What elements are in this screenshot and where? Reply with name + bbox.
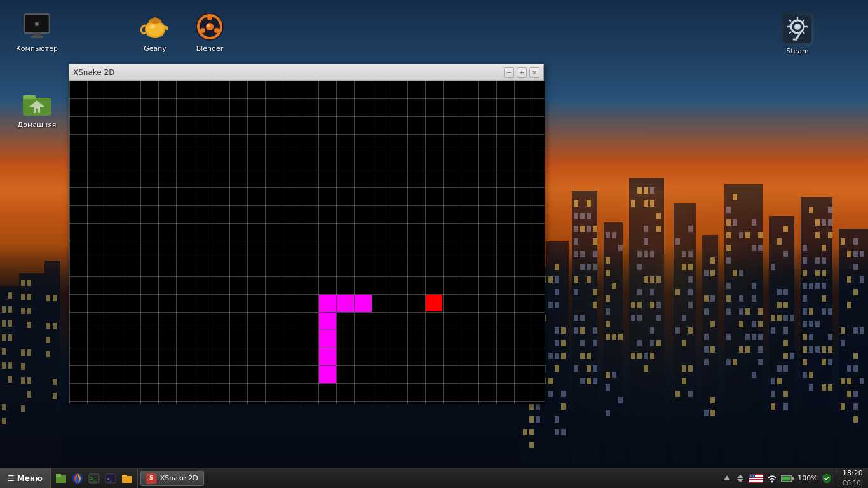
snake-segment-6 [355, 295, 372, 312]
game-canvas [69, 81, 545, 404]
menu-icon: ☰ [8, 474, 15, 483]
taskbar-windows: S XSnake 2D [138, 471, 718, 486]
svg-rect-28 [56, 474, 61, 477]
svg-point-51 [754, 475, 754, 475]
computer-icon-img: ▣ [22, 11, 52, 42]
blender-icon-label: Blender [196, 44, 224, 53]
svg-text:>_: >_ [107, 477, 112, 482]
taskbar-xsnake-button[interactable]: S XSnake 2D [140, 471, 204, 486]
steam-icon-img [781, 13, 814, 46]
window-minimize-button[interactable]: − [504, 67, 514, 78]
desktop-icon-geany[interactable]: Geany [130, 6, 180, 58]
clock-time: 18:20 [843, 468, 863, 479]
svg-rect-58 [782, 476, 791, 480]
svg-point-55 [771, 480, 773, 482]
svg-point-24 [794, 24, 801, 30]
svg-marker-39 [737, 479, 743, 482]
window-titlebar[interactable]: XSnake 2D − + × [69, 64, 543, 81]
food-item [426, 295, 442, 311]
tray-network-icon[interactable] [735, 474, 745, 483]
grid-overlay [69, 81, 545, 404]
clock-date-line: Сб 10, [843, 478, 863, 488]
svg-point-13 [207, 15, 212, 20]
svg-point-49 [750, 475, 751, 475]
taskbar-menu-button[interactable]: ☰ Меню [0, 468, 51, 488]
window-controls: − + × [504, 67, 539, 78]
svg-rect-45 [749, 479, 763, 480]
snake-segment-0 [319, 366, 336, 383]
taskbar-filemanager-button[interactable] [119, 471, 135, 486]
tray-battery-icon[interactable] [781, 475, 794, 482]
taskbar-clock[interactable]: 18:20 Сб 10, [837, 468, 868, 488]
snake-segment-3 [319, 313, 336, 330]
svg-rect-57 [792, 477, 794, 480]
blender-icon-img [194, 11, 225, 42]
svg-marker-38 [737, 475, 743, 478]
svg-rect-2 [33, 33, 41, 36]
window-title: XSnake 2D [73, 68, 114, 77]
svg-rect-46 [749, 480, 763, 482]
svg-text:>_: >_ [90, 476, 97, 482]
taskbar-quick-launch: >_ >_ [51, 468, 138, 488]
snake-segment-4 [319, 295, 336, 312]
svg-point-16 [207, 24, 210, 27]
computer-icon-label: Компьютер [16, 44, 58, 53]
home-icon-label: Домашняя [18, 121, 57, 130]
home-icon-img [22, 88, 52, 118]
tray-security-icon[interactable] [822, 473, 832, 484]
snake-segment-1 [319, 348, 336, 365]
desktop-icon-computer[interactable]: ▣ Компьютер [11, 6, 62, 58]
svg-point-6 [147, 22, 163, 36]
svg-point-8 [153, 17, 157, 21]
steam-desktop-icon[interactable]: Steam [778, 10, 817, 59]
desktop-icon-blender[interactable]: Blender [184, 6, 235, 58]
svg-point-52 [750, 476, 751, 477]
snake-segment-2 [319, 330, 336, 348]
taskbar-system-tray: 100% [717, 468, 836, 488]
xsnake-taskbar-label: XSnake 2D [160, 474, 198, 482]
window-maximize-button[interactable]: + [517, 67, 527, 78]
svg-text:▣: ▣ [35, 20, 39, 27]
taskbar-firefox-button[interactable] [70, 471, 85, 486]
xsnake-window: XSnake 2D − + × [69, 64, 544, 403]
taskbar-terminal2-button[interactable]: >_ [103, 471, 118, 486]
window-close-button[interactable]: × [529, 67, 539, 78]
svg-rect-21 [36, 109, 38, 113]
tray-language-icon[interactable] [749, 474, 763, 483]
svg-point-54 [754, 476, 754, 477]
svg-point-53 [752, 476, 752, 477]
svg-point-12 [206, 23, 214, 30]
svg-rect-3 [31, 36, 43, 38]
taskbar-terminal-button[interactable]: >_ [86, 471, 102, 486]
geany-icon-img [140, 11, 170, 42]
geany-icon-label: Geany [144, 44, 166, 53]
snake-segment-5 [337, 295, 354, 312]
menu-label: Меню [17, 474, 43, 483]
svg-point-15 [200, 28, 205, 33]
desktop-icon-home[interactable]: Домашняя [11, 83, 62, 135]
svg-marker-37 [724, 475, 730, 480]
tray-battery-percent: 100% [797, 474, 817, 482]
taskbar: ☰ Меню [0, 468, 868, 488]
taskbar-files-button[interactable] [53, 471, 69, 486]
svg-rect-47 [749, 482, 763, 483]
svg-rect-18 [23, 95, 36, 99]
steam-icon-label: Steam [786, 47, 809, 56]
svg-point-14 [214, 28, 219, 33]
svg-rect-36 [122, 475, 127, 477]
desktop: ▣ Компьютер [0, 0, 868, 488]
xsnake-taskbar-icon: S [146, 473, 156, 484]
tray-wifi-icon[interactable] [767, 474, 777, 483]
tray-show-icons-button[interactable] [722, 474, 731, 483]
svg-point-50 [752, 475, 752, 475]
